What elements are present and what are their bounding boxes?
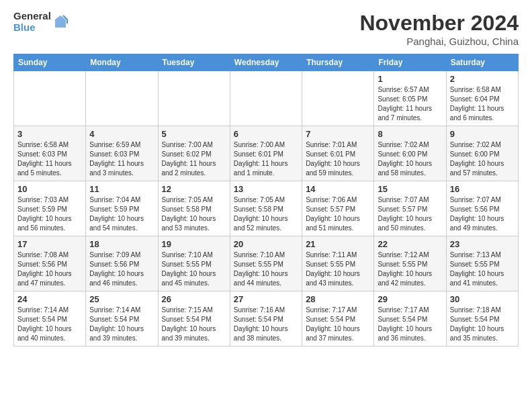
calendar-cell: 4Sunrise: 6:59 AM Sunset: 6:03 PM Daylig… [86,126,158,181]
day-number: 5 [162,129,226,139]
day-number: 13 [234,184,298,194]
header: General Blue November 2024 Panghai, Guiz… [13,11,519,47]
logo: General Blue [13,11,69,33]
day-number: 14 [306,184,370,194]
calendar-cell: 18Sunrise: 7:09 AM Sunset: 5:56 PM Dayli… [86,236,158,291]
day-number: 24 [17,294,82,304]
day-number: 25 [89,294,154,304]
day-number: 17 [17,239,82,249]
calendar-cell: 22Sunrise: 7:12 AM Sunset: 5:55 PM Dayli… [374,236,446,291]
calendar-cell: 20Sunrise: 7:10 AM Sunset: 5:55 PM Dayli… [230,236,302,291]
weekday-tuesday: Tuesday [158,54,230,71]
weekday-row: Sunday Monday Tuesday Wednesday Thursday… [14,54,519,71]
day-info: Sunrise: 7:18 AM Sunset: 5:54 PM Dayligh… [450,306,515,343]
calendar-cell [302,71,374,126]
day-info: Sunrise: 7:12 AM Sunset: 5:55 PM Dayligh… [378,250,442,288]
location: Panghai, Guizhou, China [359,36,519,47]
calendar-cell [14,71,86,126]
day-number: 12 [162,184,226,194]
day-info: Sunrise: 7:15 AM Sunset: 5:54 PM Dayligh… [162,306,226,343]
day-info: Sunrise: 7:04 AM Sunset: 5:59 PM Dayligh… [89,195,154,233]
calendar-cell: 11Sunrise: 7:04 AM Sunset: 5:59 PM Dayli… [86,181,158,236]
month-title: November 2024 [359,11,519,36]
day-number: 19 [162,239,226,249]
day-info: Sunrise: 7:00 AM Sunset: 6:02 PM Dayligh… [162,140,226,178]
day-info: Sunrise: 7:07 AM Sunset: 5:56 PM Dayligh… [450,195,515,233]
day-number: 20 [234,239,298,249]
calendar-cell: 19Sunrise: 7:10 AM Sunset: 5:55 PM Dayli… [158,236,230,291]
calendar-cell: 9Sunrise: 7:02 AM Sunset: 6:00 PM Daylig… [446,126,518,181]
calendar-cell: 24Sunrise: 7:14 AM Sunset: 5:54 PM Dayli… [14,291,86,347]
calendar-cell: 17Sunrise: 7:08 AM Sunset: 5:56 PM Dayli… [14,236,86,291]
calendar-week-2: 10Sunrise: 7:03 AM Sunset: 5:59 PM Dayli… [14,181,519,236]
day-info: Sunrise: 7:10 AM Sunset: 5:55 PM Dayligh… [234,250,298,288]
day-number: 8 [378,129,442,139]
day-number: 29 [378,294,442,304]
calendar-cell [230,71,302,126]
calendar-week-0: 1Sunrise: 6:57 AM Sunset: 6:05 PM Daylig… [14,71,519,126]
calendar-cell: 30Sunrise: 7:18 AM Sunset: 5:54 PM Dayli… [446,291,518,347]
weekday-monday: Monday [86,54,158,71]
day-number: 4 [89,129,154,139]
day-number: 26 [162,294,226,304]
weekday-friday: Friday [374,54,446,71]
calendar-table: Sunday Monday Tuesday Wednesday Thursday… [13,54,519,347]
calendar-cell: 25Sunrise: 7:14 AM Sunset: 5:54 PM Dayli… [86,291,158,347]
calendar-cell: 6Sunrise: 7:00 AM Sunset: 6:01 PM Daylig… [230,126,302,181]
calendar-cell: 1Sunrise: 6:57 AM Sunset: 6:05 PM Daylig… [374,71,446,126]
day-info: Sunrise: 7:05 AM Sunset: 5:58 PM Dayligh… [162,195,226,233]
calendar-cell: 15Sunrise: 7:07 AM Sunset: 5:57 PM Dayli… [374,181,446,236]
day-info: Sunrise: 7:01 AM Sunset: 6:01 PM Dayligh… [306,140,370,178]
calendar-body: 1Sunrise: 6:57 AM Sunset: 6:05 PM Daylig… [14,71,519,347]
day-number: 18 [89,239,154,249]
day-info: Sunrise: 7:11 AM Sunset: 5:55 PM Dayligh… [306,250,370,288]
weekday-thursday: Thursday [302,54,374,71]
day-number: 30 [450,294,515,304]
calendar-cell [86,71,158,126]
logo-icon [52,14,69,30]
day-info: Sunrise: 7:14 AM Sunset: 5:54 PM Dayligh… [17,306,82,343]
calendar-cell: 8Sunrise: 7:02 AM Sunset: 6:00 PM Daylig… [374,126,446,181]
day-number: 15 [378,184,442,194]
day-number: 11 [89,184,154,194]
calendar-cell: 27Sunrise: 7:16 AM Sunset: 5:54 PM Dayli… [230,291,302,347]
day-number: 1 [378,74,442,84]
day-number: 2 [450,74,515,84]
page-container: General Blue November 2024 Panghai, Guiz… [0,0,532,357]
day-info: Sunrise: 6:59 AM Sunset: 6:03 PM Dayligh… [89,140,154,178]
day-number: 23 [450,239,515,249]
day-info: Sunrise: 7:02 AM Sunset: 6:00 PM Dayligh… [450,140,515,178]
weekday-wednesday: Wednesday [230,54,302,71]
day-info: Sunrise: 7:17 AM Sunset: 5:54 PM Dayligh… [378,306,442,343]
calendar-cell: 28Sunrise: 7:17 AM Sunset: 5:54 PM Dayli… [302,291,374,347]
logo-general: General [13,11,51,22]
calendar-week-4: 24Sunrise: 7:14 AM Sunset: 5:54 PM Dayli… [14,291,519,347]
calendar-week-1: 3Sunrise: 6:58 AM Sunset: 6:03 PM Daylig… [14,126,519,181]
calendar-cell: 12Sunrise: 7:05 AM Sunset: 5:58 PM Dayli… [158,181,230,236]
day-number: 27 [234,294,298,304]
day-info: Sunrise: 7:02 AM Sunset: 6:00 PM Dayligh… [378,140,442,178]
day-info: Sunrise: 7:14 AM Sunset: 5:54 PM Dayligh… [89,306,154,343]
calendar-cell: 5Sunrise: 7:00 AM Sunset: 6:02 PM Daylig… [158,126,230,181]
calendar-cell: 3Sunrise: 6:58 AM Sunset: 6:03 PM Daylig… [14,126,86,181]
logo-blue: Blue [13,22,51,34]
calendar-cell: 2Sunrise: 6:58 AM Sunset: 6:04 PM Daylig… [446,71,518,126]
day-number: 28 [306,294,370,304]
calendar-cell: 21Sunrise: 7:11 AM Sunset: 5:55 PM Dayli… [302,236,374,291]
day-number: 21 [306,239,370,249]
day-number: 9 [450,129,515,139]
calendar-cell: 29Sunrise: 7:17 AM Sunset: 5:54 PM Dayli… [374,291,446,347]
day-number: 3 [17,129,82,139]
day-info: Sunrise: 6:57 AM Sunset: 6:05 PM Dayligh… [378,85,442,123]
day-info: Sunrise: 7:17 AM Sunset: 5:54 PM Dayligh… [306,306,370,343]
day-info: Sunrise: 7:06 AM Sunset: 5:57 PM Dayligh… [306,195,370,233]
day-number: 6 [234,129,298,139]
calendar-cell: 14Sunrise: 7:06 AM Sunset: 5:57 PM Dayli… [302,181,374,236]
calendar-cell: 10Sunrise: 7:03 AM Sunset: 5:59 PM Dayli… [14,181,86,236]
weekday-saturday: Saturday [446,54,518,71]
day-info: Sunrise: 7:03 AM Sunset: 5:59 PM Dayligh… [17,195,82,233]
calendar-cell: 26Sunrise: 7:15 AM Sunset: 5:54 PM Dayli… [158,291,230,347]
calendar-cell [158,71,230,126]
weekday-sunday: Sunday [14,54,86,71]
day-info: Sunrise: 6:58 AM Sunset: 6:04 PM Dayligh… [450,85,515,123]
